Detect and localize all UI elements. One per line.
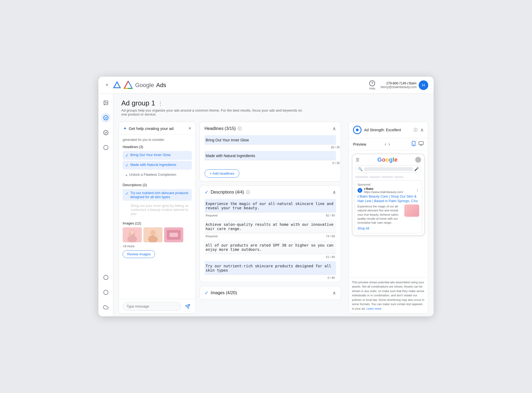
desc-item-2[interactable]: Bring out your inner glow by letting us … [123, 202, 192, 218]
ad-brand-row: c c'Balm https://www.cbalmbeauty.com/ ⋮ [358, 187, 419, 194]
images-row [123, 227, 192, 242]
disclaimer-text: This preview shows potential ads assembl… [352, 281, 424, 310]
header: × Google Ads [98, 77, 434, 94]
ad-strength-collapse-icon[interactable]: ∧ [420, 127, 424, 133]
result-lines [352, 175, 424, 180]
ad-strength-inner [356, 129, 359, 131]
ad-image-thumbnail [404, 204, 419, 217]
sidebar-icon-circle1[interactable] [101, 143, 111, 152]
prev-arrow[interactable]: ‹ [384, 141, 387, 148]
review-images-button[interactable]: Review images [123, 250, 155, 258]
brand-dot: c [358, 188, 362, 193]
desc-item-1[interactable]: ✓ Try our nutrient-rich skincare product… [123, 189, 192, 201]
descriptions-info-icon[interactable]: ⓘ [246, 190, 250, 195]
google-logo: Google [377, 156, 397, 163]
mid-panel: Headlines (3/15) ⓘ ∧ 28 / 30 [200, 122, 345, 314]
more-options-icon[interactable]: ⋮ [158, 100, 163, 107]
desc-textarea-1[interactable] [205, 199, 336, 212]
images-check-icon: ✓ [205, 290, 209, 296]
desc-char-count-3: 51 / 90 [326, 255, 335, 259]
images-title: Images (4/20) [211, 290, 237, 295]
user-email: henry@cbalmbeauty.com [381, 85, 417, 89]
headline-item-1[interactable]: ✓ Bring Out Your Inner Glow [123, 151, 192, 160]
help-button[interactable]: ? Help [369, 80, 375, 90]
more-images-text: +9 more [123, 244, 192, 248]
desktop-device-icon[interactable] [418, 141, 424, 148]
headline-text-2: Made with Natural Ingredients [130, 163, 176, 167]
user-avatar[interactable]: H [419, 80, 428, 90]
user-phone: 279-806-7149 c'Balm [381, 81, 417, 85]
headline-input-2[interactable] [205, 151, 336, 160]
desc-textarea-2[interactable] [205, 220, 336, 233]
ai-panel-intro: generated for you to consider. [123, 138, 192, 142]
headline-text-3: Unlock a Flawless Complexion [129, 173, 176, 177]
learn-more-link[interactable]: Learn more [366, 307, 381, 310]
mobile-device-icon[interactable] [411, 141, 416, 148]
desc-textarea-3[interactable] [205, 240, 336, 254]
image-thumb-2[interactable] [143, 227, 163, 242]
headline-item-2[interactable]: ✓ Made with Natural Ingredients [123, 161, 192, 170]
ai-panel-body: generated for you to consider. Headlines… [119, 135, 196, 299]
sidebar [98, 94, 113, 316]
headlines-section-main: Headlines (3/15) ⓘ ∧ 28 / 30 [200, 122, 341, 182]
g-letter-green: l [393, 156, 394, 163]
phone-search-bar[interactable]: 🔍 🎤 [355, 165, 422, 173]
page-title: Ad group 1 [121, 99, 155, 107]
image-thumb-1[interactable] [123, 227, 142, 242]
headline-field-row-1 [200, 135, 341, 145]
send-icon [185, 304, 190, 309]
sidebar-icon-circle3[interactable] [101, 288, 111, 297]
message-input[interactable] [123, 302, 181, 311]
desc-text-2: Bring out your inner glow by letting us … [131, 204, 189, 216]
sidebar-icon-image[interactable] [101, 98, 111, 108]
svg-rect-30 [419, 142, 423, 145]
headline-input-1[interactable] [205, 135, 336, 145]
add-headlines-button[interactable]: + Add headlines [205, 169, 239, 178]
header-left: × Google Ads [104, 80, 166, 90]
desc-textarea-4[interactable] [205, 261, 336, 275]
descriptions-title-row: ✓ Descriptions (4/4) ⓘ [205, 189, 250, 195]
content-area: Ad group 1 ⋮ Ad groups help you organize… [113, 94, 434, 316]
sparkle-icon: ✦ [123, 126, 127, 131]
headlines-info-icon[interactable]: ⓘ [238, 126, 242, 131]
headlines-collapse-icon[interactable]: ∧ [332, 126, 336, 132]
thumb-svg-3 [164, 227, 183, 242]
ad-strength-info-icon[interactable]: ⓘ [414, 128, 418, 133]
google-ads-logo: Google Ads [113, 80, 166, 90]
svg-point-22 [150, 230, 156, 235]
mic-icon: 🎤 [414, 167, 419, 171]
check-icon-1: ✓ [125, 153, 129, 158]
next-arrow[interactable]: › [388, 141, 390, 148]
search-glass-icon: 🔍 [358, 167, 363, 171]
sidebar-icon-circle2[interactable] [101, 273, 111, 282]
preview-disclaimer: This preview shows potential ads assembl… [349, 277, 428, 314]
descriptions-collapse-icon[interactable]: ∧ [332, 189, 336, 195]
preview-nav: ‹ › [384, 141, 390, 148]
ai-panel-header: ✦ Get help creating your ad × [119, 122, 196, 135]
desc-required-label-1: Required [206, 214, 218, 217]
ads-triangle-icon [123, 80, 133, 90]
images-title-row: ✓ Images (4/20) [205, 290, 237, 296]
svg-marker-5 [124, 81, 132, 88]
send-button[interactable] [183, 302, 192, 311]
desc-char-count-1: 82 / 90 [326, 214, 335, 217]
desc-char-count-4: 0 / 90 [327, 276, 335, 279]
images-section-main: ✓ Images (4/20) ∧ [200, 286, 341, 300]
image-thumb-3[interactable] [164, 227, 183, 242]
ad-shop-link[interactable]: Shop All [358, 227, 419, 230]
ad-more-dots[interactable]: ⋮ [415, 188, 419, 193]
ai-panel-close-button[interactable]: × [188, 126, 191, 131]
preview-label: Preview [353, 142, 366, 146]
sidebar-icon-check1[interactable] [101, 113, 111, 122]
g-letter-red: o [382, 156, 385, 163]
sidebar-icon-check2[interactable] [101, 128, 111, 137]
result-line-3 [381, 176, 393, 178]
desc-required-label-2: Required [206, 235, 218, 238]
svg-point-10 [105, 102, 105, 103]
images-collapse-icon[interactable]: ∧ [332, 290, 336, 296]
ad-title[interactable]: c'Balm Beauty Care | Shop Our Skin & Hai… [358, 194, 419, 203]
headlines-title: Headlines (3/15) [205, 126, 236, 131]
sidebar-icon-cloud[interactable] [101, 302, 111, 312]
headline-item-3[interactable]: + Unlock a Flawless Complexion [123, 171, 192, 179]
close-button[interactable]: × [104, 82, 110, 88]
